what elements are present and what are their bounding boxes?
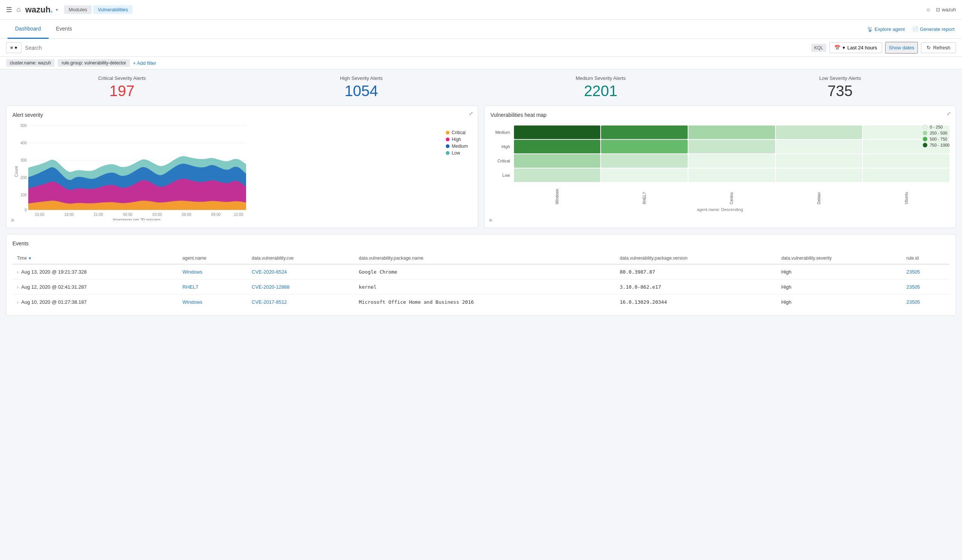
col-package[interactable]: data.vulnerability.package.name [354,252,615,264]
home-icon[interactable]: ⌂ [16,6,21,14]
cell-cve: CVE-2020-12888 [247,280,354,295]
refresh-button[interactable]: ↻ Refresh [921,42,956,53]
heatmap-legend-label-0: 0 - 250 [930,125,943,129]
search-input[interactable] [23,43,810,53]
row-expand-icon[interactable]: › [17,284,18,290]
charts-row: Alert severity ⤢ Count 500 400 300 200 1… [6,105,956,228]
kql-badge[interactable]: KQL [811,44,826,52]
col-version[interactable]: data.vulnerability.package.version [615,252,777,264]
cell-severity: High [777,264,902,280]
logo-dot: . [50,5,53,15]
nav-user[interactable]: ⊡ wazuh [936,7,956,13]
stat-critical: Critical Severity Alerts 197 [6,75,238,100]
breadcrumb-vulnerabilities[interactable]: Vulnerabilities [93,5,132,14]
svg-text:timestamp per 30 minutes: timestamp per 30 minutes [113,218,161,221]
col-ruleid[interactable]: rule.id [902,252,949,264]
refresh-label: Refresh [933,45,950,50]
tab-events[interactable]: Events [48,19,80,39]
alert-severity-panel: Alert severity ⤢ Count 500 400 300 200 1… [6,105,478,228]
cell-agent: RHEL7 [178,280,247,295]
row-expand-icon[interactable]: › [17,269,18,275]
calendar-icon: 📅 [834,45,840,50]
svg-text:09:00: 09:00 [211,213,220,217]
agent-link[interactable]: Windows [182,299,202,305]
cve-link[interactable]: CVE-2020-6524 [252,269,287,275]
tab-dashboard[interactable]: Dashboard [8,19,48,39]
cell-cve: CVE-2017-8512 [247,295,354,310]
date-picker-button[interactable]: 📅 ▾ Last 24 hours [830,42,882,53]
heatmap-cell [776,168,862,182]
explore-agent-btn[interactable]: 📡 Explore agent [867,26,905,32]
svg-text:200: 200 [20,176,27,180]
alert-severity-expand-icon[interactable]: ⤢ [469,110,473,116]
agent-link[interactable]: Windows [182,269,202,275]
heatmap-cell [863,168,949,182]
filter-type-button[interactable]: ≡ ▾ [6,42,21,53]
sub-nav-tabs: Dashboard Events [8,19,79,39]
heatmap-cell [776,140,862,153]
area-chart-container: Count 500 400 300 200 100 0 [13,123,472,221]
cve-link[interactable]: CVE-2017-8512 [252,299,287,305]
col-cve[interactable]: data.vulnerability.cve [247,252,354,264]
filter-tag-rule[interactable]: rule.group: vulnerability-detector [58,59,130,67]
agent-link[interactable]: RHEL7 [182,284,198,290]
time-value: Aug 12, 2020 @ 02:41:31.287 [21,284,87,290]
version-value: 80.0.3987.87 [620,269,655,275]
heatmap-legend-dot-2 [923,137,927,141]
nav-right: ○ ⊡ wazuh [926,6,956,13]
heatmap-cell [514,168,600,182]
time-value: Aug 13, 2020 @ 19:21:37.328 [21,269,87,275]
heatmap-col-centos: Centos [688,184,775,204]
legend-medium: Medium [446,144,468,149]
cell-package: kernel [354,280,615,295]
ruleid-link[interactable]: 23505 [906,299,920,305]
heatmap-col-windows: Windows [514,184,600,204]
row-expand-icon[interactable]: › [17,299,18,305]
heatmap-list-icon[interactable]: ≡ [489,217,492,223]
add-filter-btn[interactable]: + Add filter [133,60,157,66]
cell-severity: High [777,295,902,310]
heatmap-cell [601,154,688,168]
filter-bar: ≡ ▾ KQL 📅 ▾ Last 24 hours Show dates ↻ R… [0,39,962,57]
svg-text:21:00: 21:00 [94,213,103,217]
events-panel: Events Time ▼ agent.name data.vulnerabil… [6,234,956,316]
heatmap-panel: Vulnerabilities heat map ⤢ 0 - 250 250 -… [484,105,956,228]
heatmap-cell [514,140,600,153]
ruleid-link[interactable]: 23505 [906,269,920,275]
breadcrumb-modules[interactable]: Modules [64,5,92,14]
logo: wazuh. [25,5,53,15]
legend-low: Low [446,150,468,156]
col-severity[interactable]: data.vulnerability.severity [777,252,902,264]
show-dates-button[interactable]: Show dates [885,42,918,53]
stat-low: Low Severity Alerts 735 [724,75,956,100]
heatmap-cell [863,154,949,168]
logo-dropdown-icon[interactable]: ▾ [56,7,58,13]
generate-report-btn[interactable]: 📄 Generate report [912,26,954,32]
col-agent[interactable]: agent.name [178,252,247,264]
cell-time: › Aug 13, 2020 @ 19:21:37.328 [13,264,178,280]
hamburger-icon[interactable]: ☰ [6,6,12,14]
filter-tag-cluster[interactable]: cluster.name: wazuh [6,59,55,67]
time-value: Aug 10, 2020 @ 01:27:38.187 [21,299,87,305]
cve-link[interactable]: CVE-2020-12888 [252,284,289,290]
stat-high-label: High Severity Alerts [245,75,477,81]
alert-severity-title: Alert severity [13,112,472,118]
legend-critical-dot [446,131,450,134]
area-chart-svg: Count 500 400 300 200 100 0 [13,123,253,221]
cell-time: › Aug 10, 2020 @ 01:27:38.187 [13,295,178,310]
alert-severity-list-icon[interactable]: ≡ [11,217,14,223]
cell-cve: CVE-2020-6524 [247,264,354,280]
ruleid-link[interactable]: 23505 [906,284,920,290]
date-range-label: Last 24 hours [847,45,877,50]
version-value: 3.10.0-862.e17 [620,284,661,290]
heatmap-expand-icon[interactable]: ⤢ [947,110,951,116]
col-time[interactable]: Time ▼ [13,252,178,264]
severity-value: High [781,284,792,290]
legend-medium-label: Medium [452,144,468,149]
events-title: Events [13,240,949,247]
stat-low-label: Low Severity Alerts [724,75,956,81]
nav-circle-icon[interactable]: ○ [926,6,930,13]
heatmap-cell [688,140,775,153]
heatmap-col-ubuntu: Ubuntu [863,184,949,204]
sort-icon: ▼ [28,256,32,260]
